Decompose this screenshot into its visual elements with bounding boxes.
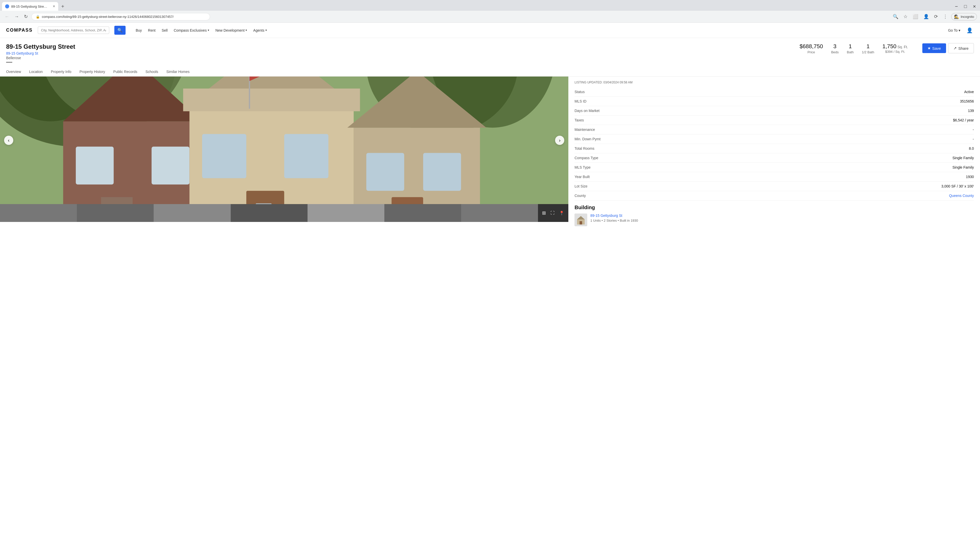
sqft-value: 1,750 Sq. Ft. [882, 43, 908, 50]
settings-icon-btn[interactable]: ⋮ [942, 13, 949, 21]
search-icon: 🔍 [118, 28, 123, 32]
url-input[interactable] [42, 15, 206, 19]
site-logo[interactable]: COMPASS [6, 27, 33, 33]
window-controls: − □ × [953, 3, 978, 10]
property-address-link[interactable]: 89-15 Gettysburg St [6, 51, 75, 56]
svg-rect-23 [423, 153, 461, 191]
save-button[interactable]: ★ Save [922, 43, 946, 53]
sub-nav: Overview Location Property Info Property… [0, 67, 980, 76]
thumb-7[interactable] [461, 204, 538, 222]
value-maintenance: - [973, 127, 974, 132]
property-title: 89-15 Gettysburg Street [6, 43, 75, 50]
thumb-1[interactable] [0, 204, 77, 222]
stat-half-bath: 1 1/2 Bath [862, 43, 874, 54]
building-info: 89-15 Gettysburg St 1 Units • 2 Stories … [590, 213, 638, 222]
property-title-block: 89-15 Gettysburg Street 89-15 Gettysburg… [6, 43, 75, 65]
label-taxes: Taxes [574, 118, 794, 122]
active-tab[interactable]: 89-15 Gettysburg Street | Comp... × [2, 2, 58, 11]
site-search-input[interactable] [41, 28, 106, 32]
profile-icon-btn[interactable]: 👤 [922, 13, 931, 21]
bookmark-icon-btn[interactable]: ☆ [902, 13, 909, 21]
photo-container: ‹ › [0, 76, 568, 204]
thumb-3[interactable] [154, 204, 231, 222]
label-totalrooms: Total Rooms [574, 146, 794, 151]
sub-nav-similar-homes[interactable]: Similar Homes [166, 70, 189, 76]
value-mlsid: 3515656 [960, 99, 974, 103]
photo-prev-button[interactable]: ‹ [4, 136, 13, 145]
reload-button[interactable]: ↻ [22, 13, 29, 21]
sub-nav-location[interactable]: Location [29, 70, 43, 76]
thumb-5[interactable] [307, 204, 384, 222]
svg-rect-9 [151, 147, 189, 184]
label-compass-type: Compass Type [574, 156, 794, 160]
new-tab-button[interactable]: + [59, 3, 66, 11]
details-panel: LISTING UPDATED: 03/04/2024 09:58 AM Sta… [568, 76, 980, 230]
label-mlsid: MLS ID [574, 99, 794, 103]
close-button[interactable]: × [971, 3, 978, 10]
detail-row-downpymt: Min. Down Pymt - [574, 135, 974, 144]
browser-tabs: 89-15 Gettysburg Street | Comp... × + − … [0, 0, 980, 11]
nav-goto[interactable]: Go To ▾ [948, 28, 960, 32]
beds-value: 3 [831, 43, 839, 50]
property-neighborhood: Bellerose [6, 56, 75, 60]
grid-view-button[interactable]: ⊞ [540, 209, 548, 217]
main-nav: Buy Rent Sell Compass Exclusives ▾ New D… [136, 28, 267, 32]
sub-nav-property-info[interactable]: Property Info [51, 70, 71, 76]
thumb-6[interactable] [384, 204, 461, 222]
sub-nav-overview[interactable]: Overview [6, 70, 21, 76]
label-downpymt: Min. Down Pymt [574, 137, 794, 141]
sync-icon-btn[interactable]: ⟳ [932, 13, 939, 21]
nav-sell[interactable]: Sell [162, 28, 167, 32]
detail-row-compass-type: Compass Type Single Family [574, 153, 974, 163]
nav-rent[interactable]: Rent [148, 28, 156, 32]
chevron-down-icon: ▾ [208, 29, 209, 32]
label-dom: Days on Market [574, 109, 794, 113]
detail-row-dom: Days on Market 139 [574, 106, 974, 116]
map-view-button[interactable]: 📍 [557, 210, 566, 217]
chevron-down-icon: ▾ [959, 28, 960, 32]
search-icon-btn[interactable]: 🔍 [891, 13, 900, 21]
value-county-link[interactable]: Queens County [949, 194, 974, 198]
tab-favicon [5, 4, 9, 8]
photo-thumbnails: ⊞ ⛶ 📍 [0, 204, 568, 222]
thumb-4[interactable] [231, 204, 307, 222]
address-bar[interactable]: 🔒 [32, 13, 210, 21]
nav-agents[interactable]: Agents ▾ [253, 28, 267, 32]
toolbar-icons: 🔍 ☆ ⬜ 👤 ⟳ ⋮ 🕵 Incognito [891, 13, 977, 21]
svg-rect-10 [101, 197, 133, 204]
building-section: Building 89-15 Gettysburg St 1 Units • 2… [574, 205, 974, 226]
stat-bath: 1 Bath [847, 43, 854, 54]
sub-nav-schools[interactable]: Schools [145, 70, 158, 76]
minimize-button[interactable]: − [953, 3, 960, 10]
thumb-2[interactable] [77, 204, 154, 222]
tab-close-button[interactable]: × [53, 4, 55, 9]
value-lot-size: 3,000 SF / 30' x 100' [941, 184, 974, 188]
nav-buy[interactable]: Buy [136, 28, 142, 32]
back-button[interactable]: ← [3, 13, 11, 21]
floorplan-button[interactable]: ⛶ [549, 210, 557, 216]
detail-row-year-built: Year Built 1930 [574, 172, 974, 182]
incognito-icon: 🕵 [954, 14, 959, 19]
label-year-built: Year Built [574, 175, 794, 179]
building-link[interactable]: 89-15 Gettysburg St [590, 213, 638, 218]
svg-rect-16 [246, 191, 284, 204]
share-button[interactable]: ↗ Share [948, 43, 974, 53]
nav-compass-exclusives[interactable]: Compass Exclusives ▾ [174, 28, 209, 32]
nav-user-button[interactable]: 👤 [966, 26, 974, 35]
detail-row-maintenance: Maintenance - [574, 125, 974, 135]
extensions-icon-btn[interactable]: ⬜ [911, 13, 920, 21]
label-mls-type: MLS Type [574, 165, 794, 169]
site-header: COMPASS 🔍 Buy Rent Sell Compass Exclusiv… [0, 23, 980, 38]
label-status: Status [574, 90, 794, 94]
forward-button[interactable]: → [13, 13, 21, 21]
site-search-button[interactable]: 🔍 [115, 26, 126, 35]
photo-next-button[interactable]: › [555, 136, 564, 145]
main-content: ‹ › ⊞ ⛶ 📍 LISTING UPDATED: 03/04/2024 09… [0, 76, 980, 230]
restore-button[interactable]: □ [962, 4, 969, 9]
nav-new-development[interactable]: New Development ▾ [215, 28, 247, 32]
star-icon: ★ [928, 46, 931, 51]
sub-nav-property-history[interactable]: Property History [80, 70, 105, 76]
sub-nav-public-records[interactable]: Public Records [113, 70, 137, 76]
browser-toolbar: ← → ↻ 🔒 🔍 ☆ ⬜ 👤 ⟳ ⋮ 🕵 Incognito [0, 11, 980, 22]
site-search-bar[interactable] [38, 27, 109, 34]
